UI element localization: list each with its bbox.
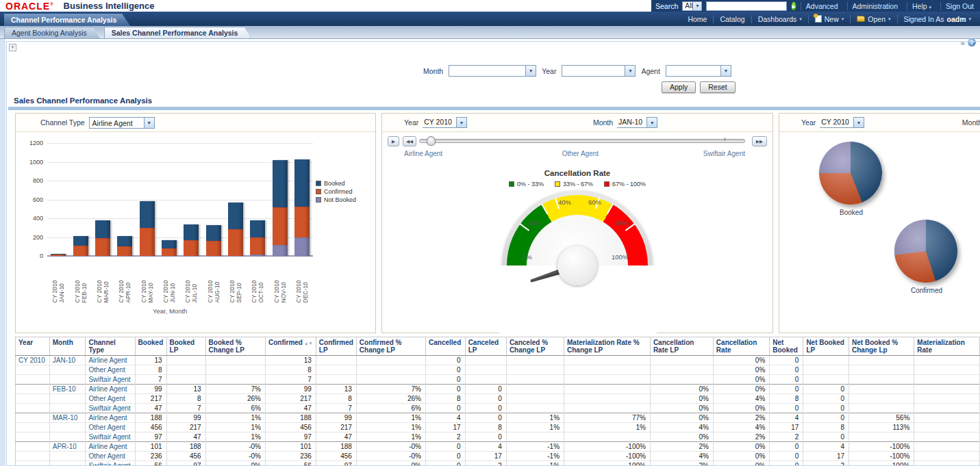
dimension-cell[interactable]: Airline Agent xyxy=(86,413,135,423)
bar-segment[interactable] xyxy=(228,229,243,256)
column-header-canceled-lp[interactable]: Canceled LP xyxy=(465,337,506,356)
channel-type-select[interactable]: Airline Agent ▼ xyxy=(89,117,155,129)
slider-label-airline-agent[interactable]: Airline Agent xyxy=(404,150,442,157)
column-header-confirmed-lp[interactable]: Confirmed LP xyxy=(316,337,356,356)
dimension-cell[interactable]: MAR-10 xyxy=(49,413,86,423)
dimension-cell[interactable]: Swiftair Agent xyxy=(86,461,135,466)
dimension-cell[interactable]: Other Agent xyxy=(86,394,135,404)
bar-segment[interactable] xyxy=(250,237,265,255)
collapse-section-icon[interactable]: + xyxy=(9,44,16,51)
slider-prev-icon[interactable]: ◀◀ xyxy=(403,136,416,146)
link-administration[interactable]: Administration xyxy=(847,2,903,10)
agent-prompt-select[interactable]: ▼ xyxy=(666,65,731,77)
dimension-cell[interactable]: Swiftair Agent xyxy=(86,404,135,413)
dashboard-page-tab[interactable]: Channel Performance Analysis xyxy=(4,14,130,26)
link-sign-out[interactable]: Sign Out xyxy=(940,2,979,10)
dimension-cell[interactable]: Swiftair Agent xyxy=(86,432,135,442)
column-header-net-booked-change-lp[interactable]: Net Booked % Change Lp xyxy=(849,337,914,356)
column-header-cancelled[interactable]: Cancelled xyxy=(426,337,466,356)
dimension-cell[interactable]: Airline Agent xyxy=(86,442,135,452)
sort-icons[interactable]: ▲▼ xyxy=(304,341,313,346)
bar-segment[interactable] xyxy=(95,238,110,256)
bar-segment[interactable] xyxy=(206,241,221,256)
bar-segment[interactable] xyxy=(250,255,265,256)
bar-segment[interactable] xyxy=(73,246,88,256)
bar-segment[interactable] xyxy=(273,160,288,207)
year-select[interactable]: CY 2010 ▼ xyxy=(820,117,864,128)
bar-segment[interactable] xyxy=(184,224,199,240)
search-go-icon[interactable]: ▶ xyxy=(791,1,796,11)
nav-home[interactable]: Home xyxy=(681,15,713,23)
slider-thumb[interactable] xyxy=(427,136,436,146)
slider-play-icon[interactable]: ▶ xyxy=(388,136,399,146)
bar-segment[interactable] xyxy=(73,236,88,246)
bar-segment[interactable] xyxy=(206,225,221,241)
booked-pie-chart[interactable] xyxy=(819,142,882,205)
column-header-net-booked-lp[interactable]: Net Booked LP xyxy=(803,337,849,356)
bar-segment[interactable] xyxy=(140,201,155,228)
slider-label-other-agent[interactable]: Other Agent xyxy=(562,150,599,157)
column-header-canceled-change-lp[interactable]: Canceled % Change LP xyxy=(506,337,564,356)
bar-segment[interactable] xyxy=(162,240,177,248)
dimension-cell[interactable]: Airline Agent xyxy=(86,385,135,394)
column-header-cancellation-rate[interactable]: Cancellation Rate xyxy=(713,337,769,356)
year-select[interactable]: CY 2010 ▼ xyxy=(423,117,467,128)
bar-segment[interactable] xyxy=(294,207,310,237)
column-header-net-booked[interactable]: Net Booked xyxy=(770,337,803,356)
signed-in-menu[interactable]: Signed In As oadm ▾ xyxy=(897,15,978,23)
slider-label-swiftair-agent[interactable]: Swiftair Agent xyxy=(703,150,745,157)
column-header-materialization-rate-change-lp[interactable]: Materialization Rate % Change LP xyxy=(564,337,651,356)
nav-open[interactable]: Open ▾ xyxy=(850,15,896,23)
bar-segment[interactable] xyxy=(162,248,177,256)
slider-track[interactable] xyxy=(419,139,745,143)
bar-segment[interactable] xyxy=(184,240,199,256)
dimension-cell[interactable]: FEB-10 xyxy=(49,385,86,394)
bar-segment[interactable] xyxy=(140,228,155,256)
bar-segment[interactable] xyxy=(294,237,310,256)
apply-button[interactable]: Apply xyxy=(662,81,696,93)
bar-segment[interactable] xyxy=(228,203,243,229)
reset-button[interactable]: Reset xyxy=(700,81,735,93)
dimension-cell[interactable]: Other Agent xyxy=(86,365,135,375)
column-header-month[interactable]: Month xyxy=(49,337,86,356)
bar-segment[interactable] xyxy=(95,220,110,238)
link-advanced[interactable]: Advanced xyxy=(801,2,843,10)
column-header-confirmed-change-lp[interactable]: Confirmed % Change LP xyxy=(356,337,425,356)
column-header-cancellation-rate-lp[interactable]: Cancellation Rate LP xyxy=(650,337,713,356)
column-header-confirmed[interactable]: Confirmed▲▼ xyxy=(265,337,316,356)
dimension-cell[interactable]: JAN-10 xyxy=(49,356,86,365)
tab-agent-booking-analysis[interactable]: Agent Booking Analysis xyxy=(4,27,100,38)
search-scope-select[interactable]: All ▼ xyxy=(682,1,702,11)
slider-next-icon[interactable]: ▶▶ xyxy=(752,136,767,146)
bar-segment[interactable] xyxy=(273,207,288,245)
bar-segment[interactable] xyxy=(51,254,66,255)
bar-segment[interactable] xyxy=(117,236,132,246)
bar-segment[interactable] xyxy=(294,159,310,207)
nav-new[interactable]: New ▾ xyxy=(808,15,851,23)
column-header-booked-change-lp[interactable]: Booked % Change LP xyxy=(205,337,265,356)
bar-segment[interactable] xyxy=(250,220,265,237)
column-header-booked[interactable]: Booked xyxy=(135,337,166,356)
link-help[interactable]: Help ▾ xyxy=(907,2,936,10)
bar-segment[interactable] xyxy=(117,246,132,256)
dimension-cell[interactable]: Other Agent xyxy=(86,452,135,461)
bar-segment[interactable] xyxy=(273,245,288,256)
bar-segment[interactable] xyxy=(51,255,66,256)
dimension-cell[interactable]: Other Agent xyxy=(86,423,135,432)
month-select[interactable]: JAN-10 ▼ xyxy=(617,117,657,128)
tab-sales-channel-performance-analysis[interactable]: Sales Channel Performance Analysis xyxy=(104,27,251,38)
column-header-booked-lp[interactable]: Booked LP xyxy=(166,337,205,356)
search-input[interactable] xyxy=(706,1,787,11)
dimension-cell[interactable]: Airline Agent xyxy=(86,356,135,365)
confirmed-pie-chart[interactable] xyxy=(894,220,957,283)
column-header-channel-type[interactable]: Channel Type xyxy=(86,337,135,356)
month-prompt-select[interactable]: ▼ xyxy=(449,65,536,77)
nav-dashboards[interactable]: Dashboards ▾ xyxy=(751,15,808,23)
year-prompt-select[interactable]: ▼ xyxy=(562,65,636,77)
dimension-cell[interactable]: APR-10 xyxy=(49,442,86,452)
dimension-cell[interactable]: Swiftair Agent xyxy=(86,375,135,385)
dimension-cell[interactable]: CY 2010 xyxy=(16,356,50,365)
nav-catalog[interactable]: Catalog xyxy=(713,15,751,23)
column-header-year[interactable]: Year xyxy=(16,337,50,356)
column-header-materialization-rate[interactable]: Materialization Rate xyxy=(914,337,980,356)
